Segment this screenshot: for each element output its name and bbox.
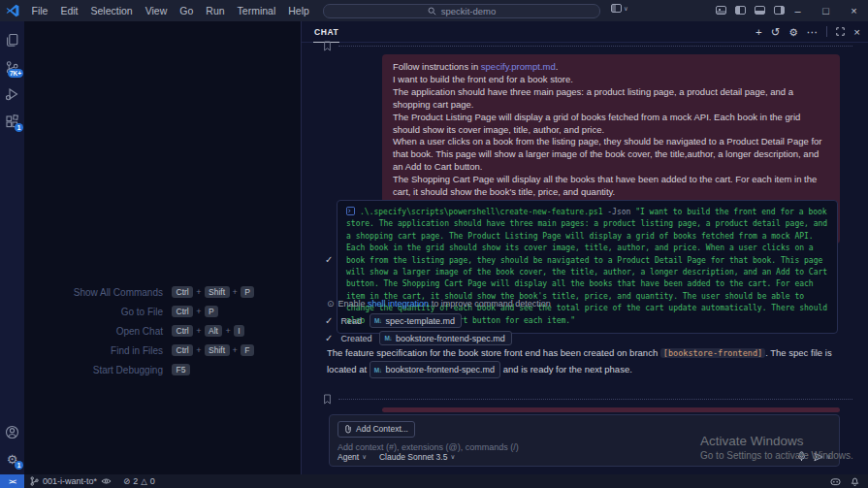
key-chip: Ctrl <box>172 325 193 337</box>
sidebar-item-explorer[interactable] <box>0 26 24 53</box>
vscode-logo-icon <box>0 4 25 17</box>
menu-run[interactable]: Run <box>200 0 231 21</box>
editor-watermark: Show All Commands Ctrl+Shift+P Go to Fil… <box>48 282 305 379</box>
layout-control-button[interactable]: ∨ <box>611 4 628 13</box>
key-chip: I <box>234 325 244 337</box>
tool-action-label: Read <box>340 316 362 326</box>
check-icon: ✓ <box>325 334 333 343</box>
files-icon <box>5 33 19 48</box>
terminal-check-icon: ✓ <box>325 255 333 265</box>
key-chip: Ctrl <box>172 306 193 317</box>
plus-separator: + <box>233 287 238 297</box>
command-param: -Json <box>602 208 635 216</box>
chat-settings-gear-icon[interactable]: ⚙ <box>788 26 797 38</box>
menu-edit[interactable]: Edit <box>54 0 84 21</box>
settings-badge: 1 <box>15 461 23 470</box>
key-chip: F <box>241 344 254 356</box>
problems-indicator[interactable]: ⊘ 2 △ 0 <box>117 476 161 486</box>
tool-result-read: ✓ Read M↓ spec-template.md <box>325 313 462 328</box>
errors-count: 2 <box>133 476 138 486</box>
menu-help[interactable]: Help <box>282 0 316 21</box>
settings-button[interactable]: ⚙ 1 <box>0 445 24 472</box>
close-panel-icon[interactable]: × <box>853 26 860 38</box>
model-dropdown[interactable]: Claude Sonnet 3.5∨ <box>379 452 455 462</box>
toggle-panel-icon[interactable] <box>755 6 765 15</box>
key-chip: P <box>241 286 255 298</box>
paperclip-icon <box>344 424 352 434</box>
window-minimize-button[interactable]: – <box>784 0 812 21</box>
file-chip-label: bookstore-frontend-spec.md <box>386 363 496 377</box>
menu-view[interactable]: View <box>139 0 174 21</box>
sidebar-item-run-debug[interactable] <box>0 81 24 108</box>
search-icon <box>428 7 436 16</box>
plus-separator: + <box>196 326 201 336</box>
next-user-message-sliver <box>382 407 840 412</box>
notifications-bell-icon[interactable] <box>851 476 859 486</box>
divider <box>826 26 827 37</box>
customize-layout-icon[interactable] <box>716 6 726 15</box>
markdown-file-icon: M↓ <box>374 317 382 324</box>
checkpoint-separator <box>323 40 852 51</box>
add-context-label: Add Context... <box>356 424 408 434</box>
status-bar: >< 001-i-want-to* ⊘ 2 △ 0 <box>0 474 868 488</box>
shortcut-go-to-file: Go to File Ctrl+P <box>48 302 305 321</box>
window-maximize-button[interactable]: □ <box>812 0 840 21</box>
check-icon: ✓ <box>325 316 333 326</box>
assistant-summary: The feature specification for the book s… <box>327 345 839 378</box>
more-actions-icon[interactable]: ⋯ <box>807 25 819 39</box>
file-chip[interactable]: M↓ bookstore-frontend-spec.md <box>379 331 511 345</box>
file-chip[interactable]: M↓ spec-template.md <box>370 313 462 328</box>
search-value: speckit-demo <box>441 6 497 16</box>
activity-bar: 7K+ 1 ⚙ 1 <box>0 21 24 474</box>
menu-selection[interactable]: Selection <box>84 0 139 21</box>
shortcut-open-chat: Open Chat Ctrl+Alt+I <box>48 321 305 341</box>
plus-separator: + <box>196 307 201 316</box>
chevron-down-icon: ∨ <box>450 453 455 461</box>
prompt-file-link[interactable]: specify.prompt.md <box>481 61 556 72</box>
bookmark-icon[interactable] <box>323 41 332 51</box>
checkpoint-separator <box>323 393 852 405</box>
plus-separator: + <box>196 345 201 355</box>
sidebar-item-extensions[interactable]: 1 <box>0 108 24 135</box>
chat-history-icon[interactable]: ↺ <box>771 25 781 39</box>
chevron-down-icon: ∨ <box>624 5 628 13</box>
activate-line2: Go to Settings to activate Windows. <box>700 450 853 461</box>
chat-panel: CHAT + ↺ ⚙ ⋯ × Follow instructions in sp… <box>301 21 868 474</box>
file-chip-label: bookstore-frontend-spec.md <box>396 334 505 343</box>
activate-line1: Activate Windows <box>700 434 853 448</box>
remote-indicator[interactable]: >< <box>0 474 24 488</box>
shortcut-label: Find in Files <box>48 345 163 356</box>
shortcut-show-all-commands: Show All Commands Ctrl+Shift+P <box>48 282 305 302</box>
menu-file[interactable]: File <box>25 0 54 21</box>
window-close-button[interactable]: × <box>840 0 868 21</box>
tool-action-label: Created <box>340 334 371 343</box>
command-path: .\.specify\scripts\powershell\create-new… <box>360 208 602 216</box>
shortcut-label: Show All Commands <box>48 287 163 298</box>
mode-dropdown[interactable]: Agent∨ <box>338 452 367 462</box>
branch-name: 001-i-want-to* <box>43 476 97 486</box>
bookmark-icon[interactable] <box>323 394 332 405</box>
file-chip[interactable]: M↓bookstore-frontend-spec.md <box>370 361 500 378</box>
tool-result-created: ✓ Created M↓ bookstore-frontend-spec.md <box>325 331 512 345</box>
shortcut-label: Start Debugging <box>48 365 163 375</box>
menu-go[interactable]: Go <box>174 0 200 21</box>
new-chat-button[interactable]: + <box>755 26 762 38</box>
file-chip-label: spec-template.md <box>386 316 456 326</box>
extensions-badge: 1 <box>15 123 23 132</box>
copilot-status-icon[interactable] <box>830 477 841 486</box>
errors-icon: ⊘ <box>123 476 130 486</box>
accounts-button[interactable] <box>0 418 24 445</box>
menu-terminal[interactable]: Terminal <box>231 0 282 21</box>
maximize-panel-icon[interactable] <box>836 27 845 36</box>
command-center-search[interactable]: speckit-demo <box>323 4 600 18</box>
add-context-button[interactable]: Add Context... <box>338 421 415 438</box>
shortcut-label: Go to File <box>48 307 163 317</box>
shell-integration-link[interactable]: shell integration <box>368 299 429 309</box>
toggle-sidebar-icon[interactable] <box>735 6 746 15</box>
branch-indicator[interactable]: 001-i-want-to* <box>24 474 117 488</box>
sidebar-item-source-control[interactable]: 7K+ <box>0 53 24 81</box>
source-control-badge: 7K+ <box>8 69 23 78</box>
activate-windows-watermark: Activate Windows Go to Settings to activ… <box>700 434 853 461</box>
warnings-count: 0 <box>150 476 155 486</box>
key-chip: Ctrl <box>172 286 193 298</box>
